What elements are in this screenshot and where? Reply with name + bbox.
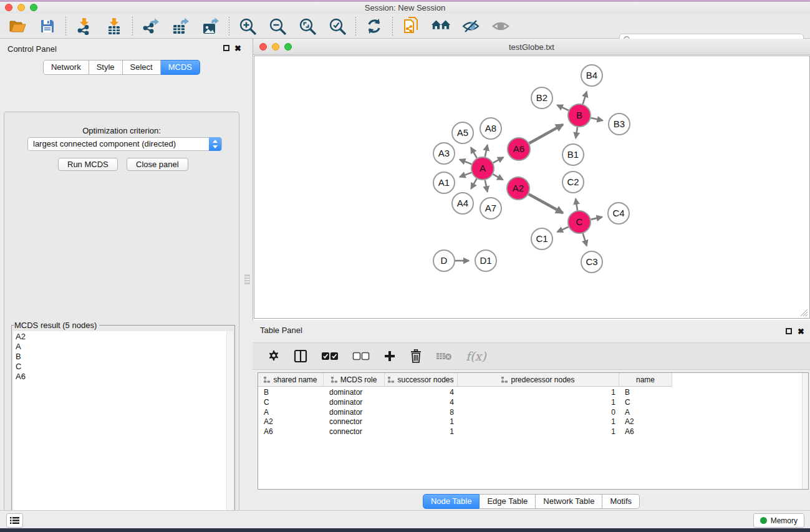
tab-edge-table[interactable]: Edge Table	[480, 494, 536, 509]
export-table-icon[interactable]	[171, 17, 191, 36]
close-table-panel-icon[interactable]: ✖	[798, 329, 804, 335]
graph-node-A3[interactable]: A3	[433, 143, 455, 164]
column-header-successor-nodes[interactable]: successor nodes	[385, 373, 458, 387]
graph-node-D[interactable]: D	[433, 250, 455, 271]
table-scrollbar[interactable]	[802, 373, 808, 489]
tab-motifs[interactable]: Motifs	[602, 494, 640, 509]
deselect-all-columns-icon[interactable]	[352, 352, 370, 360]
tab-select[interactable]: Select	[123, 60, 161, 75]
tab-network[interactable]: Network	[43, 60, 89, 75]
zoom-fit-icon[interactable]	[297, 17, 317, 36]
graph-edge-B-B1[interactable]	[576, 127, 577, 138]
table-row[interactable]: A2connector11A2	[258, 417, 672, 427]
save-session-icon[interactable]	[37, 17, 57, 36]
graph-node-D1[interactable]: D1	[475, 250, 496, 271]
graph-node-B2[interactable]: B2	[531, 87, 552, 109]
function-builder-icon[interactable]: f(x)	[466, 349, 486, 363]
zoom-in-icon[interactable]	[238, 17, 258, 36]
add-column-icon[interactable]	[383, 350, 396, 362]
table-row[interactable]: Bdominator41B	[258, 387, 672, 397]
zoom-selected-icon[interactable]	[327, 17, 347, 36]
column-header-mcds-role[interactable]: MCDS role	[324, 373, 385, 387]
graph-node-B1[interactable]: B1	[562, 144, 584, 165]
column-header-predecessor-nodes[interactable]: predecessor nodes	[458, 373, 619, 387]
graph-edge-B-B3[interactable]	[591, 118, 603, 120]
graph-edge-A-A5[interactable]	[471, 148, 476, 158]
table-row[interactable]: Adominator80A	[258, 407, 672, 417]
open-file-icon[interactable]	[7, 17, 27, 36]
result-item[interactable]: A2	[16, 332, 226, 342]
graph-edge-C-C4[interactable]	[591, 217, 602, 220]
graph-node-A1[interactable]: A1	[433, 172, 455, 193]
graph-edge-C-C1[interactable]	[557, 227, 569, 232]
graph-node-B4[interactable]: B4	[581, 65, 602, 86]
cyndex-home-icon[interactable]	[431, 17, 451, 36]
graph-node-B3[interactable]: B3	[609, 114, 630, 135]
graph-edge-B-B2[interactable]	[557, 105, 568, 110]
panel-divider-grip[interactable]	[244, 274, 250, 284]
table-settings-icon[interactable]	[266, 349, 280, 363]
graph-node-C4[interactable]: C4	[608, 203, 629, 224]
memory-button[interactable]: Memory	[753, 513, 804, 528]
delete-table-icon[interactable]	[436, 351, 452, 361]
task-history-button[interactable]	[6, 513, 23, 528]
import-network-icon[interactable]	[74, 17, 94, 36]
result-item[interactable]: B	[16, 352, 226, 362]
split-columns-icon[interactable]	[294, 349, 307, 363]
hide-graphics-details-icon[interactable]	[461, 17, 481, 36]
graph-edge-A-A4[interactable]	[471, 178, 476, 188]
graph-node-C[interactable]: C	[568, 211, 591, 233]
close-panel-icon[interactable]: ✖	[234, 46, 241, 52]
graph-node-A5[interactable]: A5	[452, 122, 473, 143]
import-table-icon[interactable]	[104, 17, 124, 36]
graph-node-C3[interactable]: C3	[581, 251, 602, 273]
graph-node-A4[interactable]: A4	[452, 193, 473, 214]
export-image-icon[interactable]	[201, 17, 221, 36]
graph-node-C1[interactable]: C1	[531, 228, 552, 249]
tab-style[interactable]: Style	[89, 60, 123, 75]
graph-edge-A-A8[interactable]	[485, 145, 488, 157]
graph-edge-B-B4[interactable]	[583, 92, 587, 104]
tab-network-table[interactable]: Network Table	[536, 494, 602, 509]
table-row[interactable]: A6connector11A6	[258, 427, 672, 437]
float-panel-icon[interactable]	[223, 45, 229, 51]
optimization-criterion-select[interactable]: largest connected component (directed)	[27, 137, 222, 151]
graph-edge-A6-B[interactable]	[529, 125, 563, 143]
graph-node-A6[interactable]: A6	[508, 138, 530, 160]
float-table-panel-icon[interactable]	[786, 328, 792, 334]
graph-node-A2[interactable]: A2	[507, 177, 529, 200]
export-network-icon[interactable]	[141, 17, 161, 36]
column-header-name[interactable]: name	[619, 373, 672, 387]
graph-edge-A-A2[interactable]	[493, 174, 503, 180]
graph-edge-A-A7[interactable]	[485, 180, 488, 192]
graph-edge-A2-C[interactable]	[529, 194, 563, 213]
delete-columns-icon[interactable]	[410, 349, 422, 363]
result-scrollbar[interactable]	[226, 331, 233, 532]
graph-edge-C-C3[interactable]	[583, 233, 587, 246]
tab-mcds[interactable]: MCDS	[161, 60, 200, 75]
select-all-columns-icon[interactable]	[321, 352, 339, 360]
run-mcds-button[interactable]: Run MCDS	[58, 158, 118, 171]
graph-edge-A-A1[interactable]	[460, 173, 471, 177]
resize-grip-icon[interactable]	[800, 309, 808, 317]
refresh-view-icon[interactable]	[364, 17, 384, 36]
column-header-shared-name[interactable]: shared name	[258, 373, 324, 387]
tab-node-table[interactable]: Node Table	[423, 494, 480, 509]
graph-node-C2[interactable]: C2	[562, 172, 584, 193]
table-row[interactable]: Cdominator41C	[258, 397, 672, 407]
duplicate-network-icon[interactable]	[401, 17, 421, 36]
show-graphics-details-icon[interactable]	[491, 17, 511, 36]
graph-node-A7[interactable]: A7	[480, 198, 501, 219]
result-item[interactable]: A	[16, 342, 226, 352]
graph-edge-A-A3[interactable]	[460, 160, 471, 164]
close-panel-button[interactable]: Close panel	[127, 158, 188, 171]
graph-node-A8[interactable]: A8	[480, 118, 501, 139]
result-item[interactable]: A6	[16, 372, 226, 382]
graph-node-B[interactable]: B	[568, 104, 591, 127]
graph-node-A[interactable]: A	[471, 157, 494, 180]
network-canvas[interactable]: B4B2BB3A8A5A6A3B1AA1C2A2A4A7C4CC1C3DD1	[254, 56, 810, 319]
graph-edge-C-C2[interactable]	[576, 199, 577, 211]
zoom-out-icon[interactable]	[268, 17, 287, 36]
graph-edge-A-A6[interactable]	[493, 157, 504, 163]
result-item[interactable]: C	[16, 362, 226, 372]
